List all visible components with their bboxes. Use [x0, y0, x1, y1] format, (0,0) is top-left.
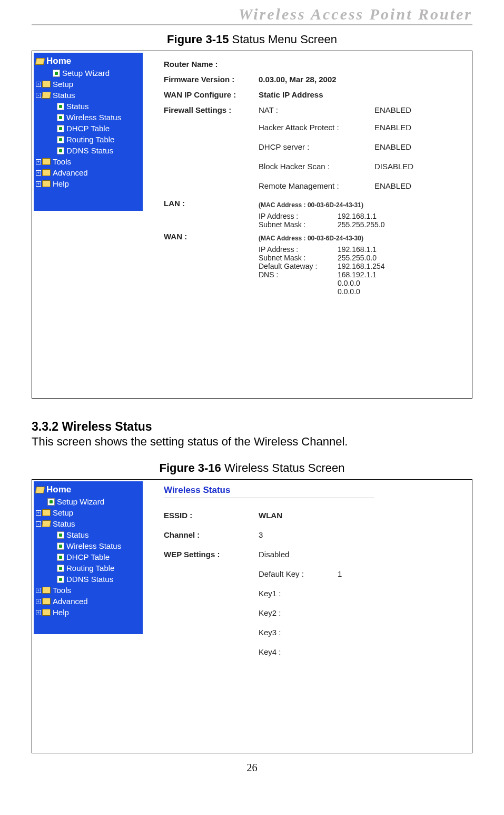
nav-advanced[interactable]: + Advanced [35, 167, 143, 178]
nav-help[interactable]: + Help [35, 178, 143, 189]
key1-label: Key1 : [259, 589, 338, 598]
page-icon [57, 103, 64, 110]
document-header: Wireless Access Point Router [32, 5, 472, 24]
blank [259, 279, 338, 287]
wep-value: Disabled [259, 550, 289, 559]
figure-2-caption-text: Wireless Status Screen [221, 461, 345, 474]
nav-label: DHCP Table [66, 551, 110, 563]
lan-mac: (MAC Address : 00-03-6D-24-43-31) [259, 197, 467, 209]
nav-tools[interactable]: + Tools [35, 156, 143, 167]
rm-value: ENABLED [374, 176, 411, 196]
wan-mask-label: Subnet Mask : [259, 254, 338, 262]
dhcp-value: ENABLED [374, 137, 411, 157]
nav-label: Setup [53, 507, 73, 519]
hap-label: Hacker Attack Protect : [259, 118, 374, 137]
lan-mask-label: Subnet Mask : [259, 220, 338, 229]
nav-status-dhcp[interactable]: DHCP Table [35, 123, 143, 134]
nav-status-ddns[interactable]: DDNS Status [35, 574, 143, 585]
section-heading: 3.3.2 Wireless Status [32, 420, 472, 434]
nav-status-ddns[interactable]: DDNS Status [35, 145, 143, 156]
folder-icon [42, 609, 51, 616]
blank [259, 287, 338, 296]
folder-open-icon [35, 58, 45, 65]
section-body: This screen shows the setting status of … [32, 435, 472, 449]
nav-home[interactable]: Home [35, 55, 143, 67]
nav-status[interactable]: - Status [35, 518, 143, 529]
wan-dns-value2: 0.0.0.0 [338, 279, 360, 287]
expand-icon[interactable]: + [36, 170, 41, 176]
folder-icon [42, 180, 51, 187]
firmware-value: 0.03.00, Mar 28, 2002 [259, 72, 374, 87]
nav-setup[interactable]: + Setup [35, 507, 143, 518]
router-name-value [259, 56, 374, 72]
nav-label: DDNS Status [66, 574, 113, 585]
expand-icon[interactable]: + [36, 599, 41, 604]
page-icon [57, 554, 64, 561]
firewall-label: Firewall Settings : [164, 102, 259, 118]
default-key-label: Default Key : [259, 569, 338, 578]
collapse-icon[interactable]: - [36, 93, 41, 98]
wan-ip-label: IP Address : [259, 245, 338, 254]
page-icon [57, 576, 64, 583]
nav-setup-wizard[interactable]: Setup Wizard [35, 67, 143, 79]
nav-sidebar: Home Setup Wizard + Setup - Status Statu… [34, 53, 143, 211]
page-icon [57, 565, 64, 572]
status-content: Router Name : Firmware Version : 0.03.00… [148, 56, 467, 296]
wan-label: WAN : [164, 229, 259, 244]
channel-label: Channel : [164, 530, 259, 539]
folder-open-icon [42, 520, 51, 527]
expand-icon[interactable]: + [36, 82, 41, 87]
page-icon [57, 114, 64, 121]
panel-title: Wireless Status [164, 485, 467, 496]
nav-status-routing[interactable]: Routing Table [35, 134, 143, 145]
router-name-label: Router Name : [164, 56, 259, 72]
nav-home[interactable]: Home [35, 483, 143, 496]
nav-status[interactable]: - Status [35, 90, 143, 101]
header-rule [32, 24, 472, 25]
collapse-icon[interactable]: - [36, 521, 41, 527]
rm-label: Remote Management : [259, 176, 374, 196]
title-underline [164, 498, 374, 498]
nav-status-status[interactable]: Status [35, 101, 143, 112]
wan-dns-value: 168.192.1.1 [338, 270, 377, 279]
nav-label: DHCP Table [66, 123, 110, 134]
nav-label: Advanced [53, 167, 88, 179]
nav-tools[interactable]: + Tools [35, 585, 143, 596]
nav-label: Wireless Status [66, 112, 121, 123]
folder-icon [42, 509, 51, 516]
expand-icon[interactable]: + [36, 588, 41, 593]
nav-label: Setup Wizard [62, 67, 110, 79]
page-number: 26 [32, 762, 472, 774]
folder-icon [42, 598, 51, 605]
expand-icon[interactable]: + [36, 510, 41, 516]
page-icon [57, 136, 64, 143]
page-icon [57, 147, 64, 154]
expand-icon[interactable]: + [36, 159, 41, 164]
lan-ip-label: IP Address : [259, 212, 338, 220]
expand-icon[interactable]: + [36, 181, 41, 187]
expand-icon[interactable]: + [36, 610, 41, 615]
nav-advanced[interactable]: + Advanced [35, 596, 143, 607]
nav-status-wireless[interactable]: Wireless Status [35, 112, 143, 123]
nav-setup-wizard[interactable]: Setup Wizard [35, 496, 143, 507]
figure-2-caption-bold: Figure 3-16 [159, 461, 221, 474]
page-icon [57, 125, 64, 132]
wan-gw-value: 192.168.1.254 [338, 262, 385, 270]
folder-icon [42, 158, 51, 165]
folder-icon [42, 81, 51, 88]
nav-help[interactable]: + Help [35, 607, 143, 618]
nav-status-status[interactable]: Status [35, 529, 143, 540]
channel-value: 3 [259, 530, 263, 539]
wan-dns-value3: 0.0.0.0 [338, 287, 360, 296]
bhs-label: Block Hacker Scan : [259, 157, 374, 176]
wan-mask-value: 255.255.0.0 [338, 254, 377, 262]
folder-icon [42, 587, 51, 594]
folder-icon [42, 169, 51, 176]
nav-status-dhcp[interactable]: DHCP Table [35, 551, 143, 562]
page-icon [47, 498, 55, 506]
wireless-status-content: Wireless Status ESSID : WLAN Channel : 3… [148, 485, 467, 662]
nav-status-routing[interactable]: Routing Table [35, 562, 143, 574]
nav-setup[interactable]: + Setup [35, 79, 143, 90]
page-icon [53, 70, 60, 77]
nav-status-wireless[interactable]: Wireless Status [35, 540, 143, 551]
